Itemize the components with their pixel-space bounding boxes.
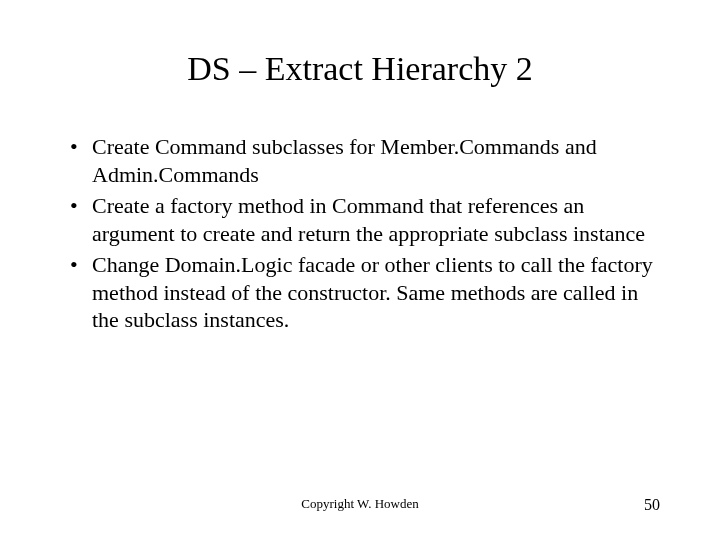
slide-title: DS – Extract Hierarchy 2 [60,50,660,88]
list-item: Change Domain.Logic facade or other clie… [70,251,660,334]
bullet-list: Create Command subclasses for Member.Com… [60,133,660,334]
page-number: 50 [644,496,660,514]
list-item: Create a factory method in Command that … [70,192,660,247]
copyright-text: Copyright W. Howden [301,496,418,512]
slide-footer: Copyright W. Howden 50 [0,496,720,512]
list-item: Create Command subclasses for Member.Com… [70,133,660,188]
